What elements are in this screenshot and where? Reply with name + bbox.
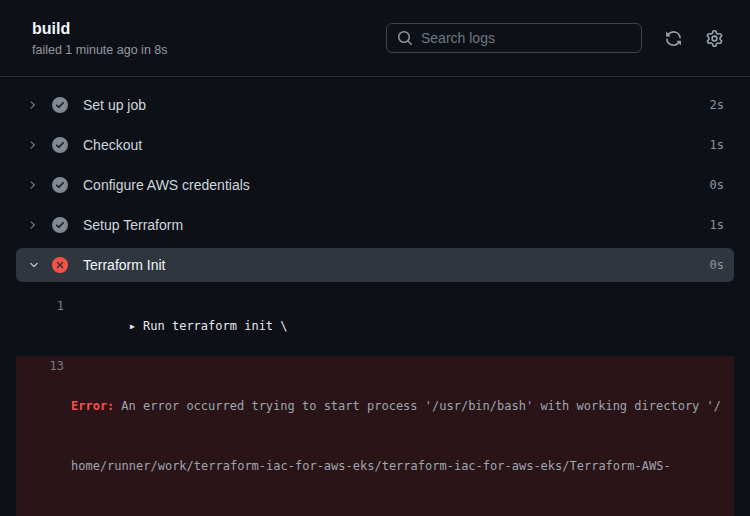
refresh-icon[interactable] (663, 28, 683, 48)
check-circle-icon (52, 177, 68, 193)
chevron-right-icon (26, 139, 38, 151)
step-configure-aws-credentials[interactable]: Configure AWS credentials 0s (0, 165, 750, 205)
log-error-text: Error:An error occurred trying to start … (71, 356, 721, 516)
chevron-right-icon (26, 99, 38, 111)
log-line-number[interactable]: 13 (16, 356, 64, 376)
steps-list: Set up job 2s Checkout 1s Configure AWS … (0, 77, 750, 516)
job-title: build (32, 20, 168, 38)
job-status-text: failed 1 minute ago in 8s (32, 43, 168, 57)
chevron-right-icon (26, 219, 38, 231)
chevron-down-icon (28, 259, 40, 271)
log-output: 1 ▸Run terraform init \ 13 Error:An erro… (16, 296, 734, 516)
chevron-right-icon (26, 179, 38, 191)
job-header: build failed 1 minute ago in 8s (0, 0, 750, 77)
step-label: Configure AWS credentials (83, 177, 710, 193)
step-duration: 0s (710, 178, 724, 192)
log-line-error: 13 Error:An error occurred trying to sta… (16, 356, 734, 516)
x-circle-icon (52, 257, 68, 273)
step-label: Checkout (83, 137, 710, 153)
step-label: Setup Terraform (83, 217, 710, 233)
step-duration: 1s (710, 218, 724, 232)
step-duration: 0s (710, 258, 724, 272)
error-label: Error: (71, 399, 114, 413)
check-circle-icon (52, 97, 68, 113)
check-circle-icon (52, 137, 68, 153)
step-duration: 2s (710, 98, 724, 112)
error-message-line: An error occurred trying to start proces… (121, 399, 721, 413)
search-icon (397, 30, 413, 46)
search-logs-input[interactable] (421, 30, 631, 46)
step-label: Set up job (83, 97, 710, 113)
log-command-text[interactable]: Run terraform init \ (143, 319, 288, 333)
search-logs-box (386, 23, 642, 53)
log-line-number[interactable]: 1 (16, 296, 64, 316)
step-label: Terraform Init (83, 257, 710, 273)
step-duration: 1s (710, 138, 724, 152)
step-set-up-job[interactable]: Set up job 2s (0, 85, 750, 125)
log-group-toggle-icon[interactable]: ▸ (129, 319, 136, 333)
step-checkout[interactable]: Checkout 1s (0, 125, 750, 165)
error-message-line: home/runner/work/terraform-iac-for-aws-e… (71, 456, 721, 476)
step-setup-terraform[interactable]: Setup Terraform 1s (0, 205, 750, 245)
step-terraform-init[interactable]: Terraform Init 0s (16, 248, 734, 282)
check-circle-icon (52, 217, 68, 233)
gear-icon[interactable] (704, 28, 724, 48)
log-line-command: 1 ▸Run terraform init \ (16, 296, 734, 356)
